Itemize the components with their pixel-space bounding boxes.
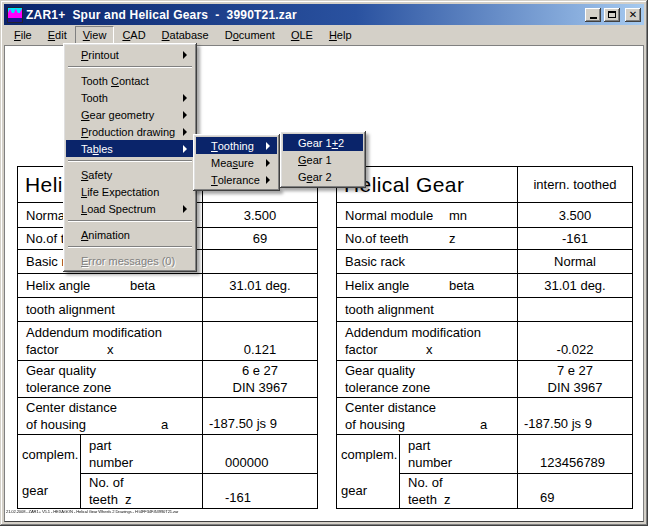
table-row: No.of teethz-161	[337, 227, 632, 249]
maximize-button[interactable]	[604, 8, 620, 22]
menubar-help[interactable]: Help	[321, 26, 360, 44]
menubar-document[interactable]: Document	[217, 26, 283, 44]
cell-group: gear	[337, 473, 399, 508]
cell-symbol: beta	[130, 277, 155, 294]
menu-item-tooth[interactable]: Tooth	[66, 89, 194, 106]
menu-item-tolerance[interactable]: Tolerance	[196, 171, 277, 188]
cell-value: 000000	[202, 434, 317, 473]
menu-item-tables[interactable]: Tables	[66, 140, 194, 157]
cell-label: No.of teethz	[337, 227, 517, 249]
menu-item-production-drawing[interactable]: Production drawing	[66, 123, 194, 140]
cell-value: 69	[202, 227, 317, 249]
table-row: gearNo. ofteethz-161	[18, 473, 317, 508]
table-row: Center distanceof housinga-187.50 js 9	[337, 397, 632, 434]
submenu-arrow-icon	[183, 205, 187, 213]
cell-value: 123456789	[517, 434, 632, 473]
table-row: complem.partnumber000000	[18, 434, 317, 473]
table-row: Center distanceof housinga-187.50 js 9	[18, 397, 317, 434]
cell-value: -0.022	[517, 321, 632, 360]
cell-label: tooth alignment	[18, 297, 202, 321]
menu-separator	[68, 246, 192, 248]
menu-separator	[68, 220, 192, 222]
cell-value: -161	[517, 227, 632, 249]
cell-symbol: z	[444, 491, 451, 508]
menu-item-printout[interactable]: Printout	[66, 46, 194, 63]
menu-item-gear-1[interactable]: Gear 1	[283, 151, 363, 168]
submenu-arrow-icon	[266, 176, 270, 184]
menu-item-gear-1-2[interactable]: Gear 1+2	[283, 134, 363, 151]
cell-value: 3.500	[202, 202, 317, 227]
menu-item-gear-geometry[interactable]: Gear geometry	[66, 106, 194, 123]
menubar-cad[interactable]: CAD	[114, 26, 153, 44]
cell-symbol: mn	[449, 207, 467, 224]
cell-value: 7 e 27DIN 3967	[517, 360, 632, 397]
table-row: Addendum modificationfactorx0.121	[18, 321, 317, 360]
menubar: FileEditViewCADDatabaseDocumentOLEHelp	[4, 25, 644, 45]
cell-label: No. ofteethz	[399, 473, 517, 508]
cell-value	[202, 297, 317, 321]
cell-value: 31.01 deg.	[517, 273, 632, 297]
table-row: Helical Gearintern. toothed	[337, 167, 632, 202]
menu-item-gear-2[interactable]: Gear 2	[283, 168, 363, 185]
close-icon: ✕	[629, 10, 637, 20]
gear-base-shape	[8, 18, 22, 22]
cell-value: 0.121	[202, 321, 317, 360]
table-row: Helix anglebeta31.01 deg.	[18, 273, 317, 297]
cell-value: -161	[202, 473, 317, 508]
toothing-submenu: Gear 1+2Gear 1Gear 2	[280, 131, 366, 188]
table-row: Normal modulemn3.500	[337, 202, 632, 227]
cell-label: partnumber	[399, 434, 517, 473]
cell-label: Helix anglebeta	[337, 273, 517, 297]
table-row: Gear qualitytolerance zone6 e 27DIN 3967	[18, 360, 317, 397]
titlebar: ZAR1+ Spur and Helical Gears - 3990T21.z…	[4, 4, 644, 25]
cell-symbol: a	[480, 416, 487, 433]
minimize-button[interactable]	[585, 8, 601, 22]
submenu-arrow-icon	[183, 51, 187, 59]
menu-item-safety[interactable]: Safety	[66, 166, 194, 183]
cell-symbol: z	[125, 491, 132, 508]
cell-value	[202, 249, 317, 273]
cell-symbol: x	[107, 341, 114, 358]
app-icon[interactable]	[7, 7, 23, 23]
submenu-arrow-icon	[183, 128, 187, 136]
submenu-arrow-icon	[183, 111, 187, 119]
menubar-file[interactable]: File	[6, 26, 40, 44]
table-row: Basic rackNormal	[337, 249, 632, 273]
cell-value: Normal	[517, 249, 632, 273]
menu-item-load-spectrum[interactable]: Load Spectrum	[66, 200, 194, 217]
table-row: tooth alignment	[337, 297, 632, 321]
submenu-arrow-icon	[266, 159, 270, 167]
menu-item-measure[interactable]: Measure	[196, 154, 277, 171]
cell-symbol: beta	[449, 277, 474, 294]
cell-symbol: a	[161, 416, 168, 433]
menu-item-toothing[interactable]: Toothing	[196, 137, 277, 154]
cell-value: intern. toothed	[517, 167, 632, 202]
cell-value	[517, 297, 632, 321]
menubar-edit[interactable]: Edit	[40, 26, 75, 44]
menubar-view[interactable]: View	[75, 26, 115, 44]
cell-label: Gear qualitytolerance zone	[18, 360, 202, 397]
menu-item-animation[interactable]: Animation	[66, 226, 194, 243]
menubar-ole[interactable]: OLE	[283, 26, 321, 44]
menu-item-life-expectation[interactable]: Life Expectation	[66, 183, 194, 200]
cell-label: Gear qualitytolerance zone	[337, 360, 517, 397]
table-row: Addendum modificationfactorx-0.022	[337, 321, 632, 360]
cell-group: complem.	[337, 434, 399, 473]
footer-note: 21.02.2008 - ZAR1+ V5.1 - HEXAGON - Heli…	[6, 509, 190, 514]
submenu-arrow-icon	[183, 94, 187, 102]
close-button[interactable]: ✕	[625, 8, 641, 22]
minimize-icon	[590, 17, 597, 19]
menubar-database[interactable]: Database	[154, 26, 217, 44]
cell-group: complem.	[18, 434, 80, 473]
table-row: Gear qualitytolerance zone7 e 27DIN 3967	[337, 360, 632, 397]
table-row: complem.partnumber123456789	[337, 434, 632, 473]
table-row: gearNo. ofteethz69	[337, 473, 632, 508]
cell-label: No. ofteethz	[80, 473, 202, 508]
menu-item-tooth-contact[interactable]: Tooth Contact	[66, 72, 194, 89]
app-window: ZAR1+ Spur and Helical Gears - 3990T21.z…	[0, 0, 648, 526]
menu-item-error-messages-0[interactable]: Error messages (0)	[66, 252, 194, 269]
window-title: ZAR1+ Spur and Helical Gears - 3990T21.z…	[26, 8, 582, 22]
maximize-icon	[608, 11, 616, 18]
cell-symbol: x	[426, 341, 433, 358]
cell-value: 69	[517, 473, 632, 508]
